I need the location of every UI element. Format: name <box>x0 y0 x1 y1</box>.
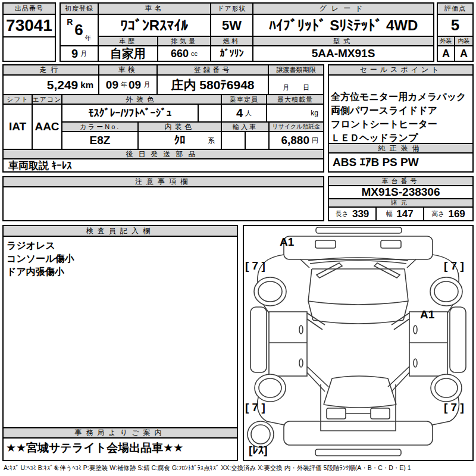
car-name-header: 車名 <box>99 4 211 15</box>
height-cell: 高さ 169 <box>424 208 472 220</box>
exterior-color-extra-cell <box>199 105 222 123</box>
later-parts-header: 後日発送部品 <box>4 150 323 159</box>
office-header: 事務局よりご案内 <box>4 427 237 439</box>
capacity-unit: 人 <box>245 109 252 118</box>
inspection-month-suffix: 月 <box>143 80 150 89</box>
aircon-header: エアコン <box>33 95 62 105</box>
height-label: 高さ <box>431 209 444 218</box>
damage-marker: [ 7 ] <box>444 401 464 414</box>
width-value: 147 <box>396 208 413 220</box>
fuel-header: 燃料 <box>211 37 253 46</box>
chassis-box: 車台番号 MX91S-238306 諸元 長さ 339 幅 147 高さ 169 <box>328 176 474 221</box>
later-parts-value: 車両取説 ｷｰﾚｽ <box>4 159 323 171</box>
caution-notes-content <box>4 187 323 220</box>
capacity-value: 4 人 <box>222 105 267 123</box>
score-value: 5 <box>438 15 472 37</box>
recycle-fee-unit: 円 <box>312 136 318 145</box>
caution-notes-box: 注意事項欄 <box>2 176 324 221</box>
office-content: ★★宮城サテライト会場出品車★★ <box>4 439 237 460</box>
shift-header: シフト <box>4 95 33 105</box>
max-load-header: 最大積載量 <box>267 95 323 105</box>
inspector-note: ドア内張傷小 <box>7 265 74 278</box>
sales-points-header: セールスポイント <box>329 65 472 76</box>
mileage-value: 5,249 km <box>4 76 99 95</box>
chassis-number-header: 車台番号 <box>329 177 472 186</box>
history-header: 車歴 <box>99 37 158 46</box>
inspection-year-suffix: 年 <box>121 80 127 89</box>
first-registration-month: 9 月 <box>61 46 99 61</box>
door-shape-header: ドア形状 <box>211 4 253 15</box>
fuel-value: ｶﾞｿﾘﾝ <box>211 46 253 61</box>
caution-notes-header: 注意事項欄 <box>4 177 323 187</box>
score-box: 評価点 5 外装 内装 A A <box>437 2 474 62</box>
transfer-deadline-header: 譲渡書類期限 <box>269 65 323 76</box>
displacement-unit: cc <box>191 50 198 57</box>
first-registration-year: R 6 年 <box>61 15 99 46</box>
reg-month-suffix: 月 <box>80 49 87 58</box>
transfer-deadline-value: 月 日 <box>269 76 323 95</box>
inspection-month: 09 <box>129 79 141 92</box>
color-no-value: E8Z <box>62 132 139 150</box>
transfer-day-label: 日 <box>303 83 309 92</box>
sales-point: ＬＥＤヘッドランプ <box>331 131 466 144</box>
mileage-header: 走行 <box>4 65 99 76</box>
damage-marker: [ﾚｽ] <box>249 444 268 457</box>
sales-point: 両側パワースライドドア <box>331 104 466 117</box>
sales-point: 全方位モニター用カメラパック <box>331 90 466 104</box>
interior-color-header: 内装色 <box>139 123 222 132</box>
import-value-cell-1 <box>222 132 246 150</box>
interior-grade-header: 内装 <box>455 37 472 46</box>
interior-color-suffix: 系 <box>208 136 215 146</box>
lot-number-value: 73041 <box>4 15 55 37</box>
length-cell: 長さ 339 <box>329 208 377 220</box>
car-name-value: ﾜｺﾞﾝRｽﾏｲﾙ <box>99 15 211 37</box>
length-value: 339 <box>352 208 369 220</box>
grade-header: グレード <box>253 4 433 15</box>
registration-number-value: 庄内 580ﾃ6948 <box>158 76 269 95</box>
first-registration-header: 初度登録 <box>61 4 99 15</box>
max-load-value: kg <box>267 105 323 123</box>
inspection-year: 09 <box>106 79 118 92</box>
inspector-notes: ラジオレス コンソール傷小 ドア内張傷小 <box>7 239 74 278</box>
inspector-note: ラジオレス <box>7 239 74 252</box>
interior-grade-value: A <box>455 46 472 61</box>
damage-marker: A1 <box>420 308 434 321</box>
width-cell: 幅 147 <box>377 208 424 220</box>
recycle-fee-number: 6,880 <box>281 134 309 147</box>
exterior-grade-header: 外装 <box>438 37 455 46</box>
damage-marker: A1 <box>280 236 294 249</box>
damage-marker-layer: A1[ 7 ][ 7 ]A1[ 7 ][ 7 ][ﾚｽ] <box>244 226 472 460</box>
reg-year-suffix: 年 <box>85 34 92 43</box>
reg-year: 6 <box>74 21 83 39</box>
spec-header: 諸元 <box>329 199 472 208</box>
details-box: 走行 車検 登録番号 譲渡書類期限 5,249 km 09 年 09 月 庄内 … <box>2 64 324 173</box>
width-label: 幅 <box>386 209 393 218</box>
inspector-note: コンソール傷小 <box>7 252 74 265</box>
interior-color-value: ｸﾛ 系 <box>139 132 222 150</box>
exterior-grade-value: A <box>438 46 455 61</box>
model-code-header: 型式 <box>253 37 433 46</box>
import-header: 輸入車 <box>222 123 270 132</box>
inspector-box: 検査員記入欄 ラジオレス コンソール傷小 ドア内張傷小 事務局よりご案内 ★★宮… <box>2 225 238 461</box>
lot-number-box: 出品番号 73041 <box>2 2 56 62</box>
sales-points-list: 全方位モニター用カメラパック 両側パワースライドドア フロントシートヒーター Ｌ… <box>329 76 472 144</box>
height-value: 169 <box>448 208 465 220</box>
capacity-header: 乗車定員 <box>222 95 267 105</box>
inspection-header: 車検 <box>99 65 158 76</box>
mileage-unit: km <box>80 80 93 90</box>
aircon-value: AAC <box>33 105 62 150</box>
displacement-value: 660 cc <box>158 46 211 61</box>
registration-number-header: 登録番号 <box>158 65 269 76</box>
transfer-month-label: 月 <box>283 83 289 92</box>
auction-sheet: 出品番号 73041 初度登録 R 6 年 9 月 車名 ﾜｺﾞﾝRｽﾏｲﾙ 車… <box>0 0 476 476</box>
shift-value: IAT <box>4 105 33 150</box>
score-header: 評価点 <box>438 4 472 15</box>
displacement-number: 660 <box>171 48 189 60</box>
length-label: 長さ <box>336 209 349 218</box>
model-code-value: 5AA-MX91S <box>253 46 433 61</box>
damage-code-legend: A:ｷｽﾞ U:ﾍｺﾐ B:ｷｽﾞを伴うﾍｺﾐ P:要塗装 W:補修跡 S:錆 … <box>4 464 411 472</box>
exterior-color-header: 外装色 <box>62 95 222 105</box>
reg-month: 9 <box>71 47 78 61</box>
damage-marker: [ 7 ] <box>444 259 464 273</box>
vehicle-header-box: 初度登録 R 6 年 9 月 車名 ﾜｺﾞﾝRｽﾏｲﾙ 車歴 自家用 排気量 6… <box>60 2 434 62</box>
